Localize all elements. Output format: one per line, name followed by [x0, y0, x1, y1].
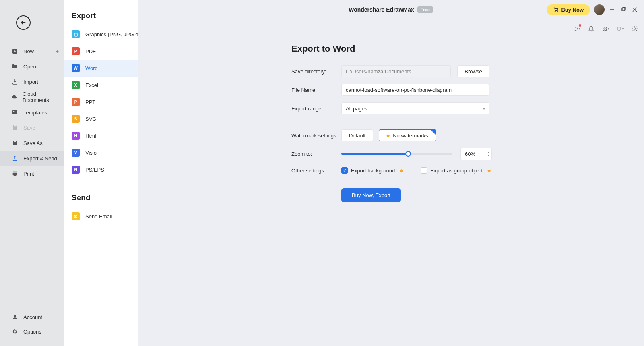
toolbar-right: ▾ ▾ ▾	[573, 25, 638, 32]
export-pdf-label: PDF	[85, 48, 96, 54]
nav-templates[interactable]: Templates	[0, 105, 64, 120]
email-icon: ✉	[72, 212, 80, 220]
nav-account[interactable]: Account	[0, 310, 64, 324]
buy-now-button[interactable]: Buy Now	[547, 4, 590, 15]
diamond-icon: ◆	[386, 133, 390, 138]
plus-icon[interactable]: +	[56, 48, 59, 54]
nav-templates-label: Templates	[23, 110, 47, 116]
print-icon	[11, 170, 19, 177]
export-svg-label: SVG	[85, 116, 96, 122]
svg-point-7	[557, 11, 558, 12]
zoom-value: 60%	[465, 151, 475, 157]
nav-save-label: Save	[23, 125, 35, 131]
plus-square-icon	[11, 48, 19, 55]
shirt-icon[interactable]: ▾	[617, 25, 624, 32]
export-heading: Export	[64, 11, 138, 26]
qr-icon[interactable]: ▾	[602, 25, 609, 32]
row-zoom: Zoom to: 60% ▲▼	[291, 148, 492, 160]
svg-point-15	[634, 28, 636, 29]
form-area: Export to Word Save directory: Browse Fi…	[138, 19, 492, 202]
minimize-button[interactable]	[609, 6, 616, 13]
nav-import[interactable]: Import	[0, 74, 64, 89]
back-button[interactable]	[16, 15, 31, 30]
divider	[291, 121, 489, 121]
zoom-slider[interactable]	[341, 151, 452, 157]
svg-rect-13	[603, 29, 605, 31]
maximize-button[interactable]	[620, 6, 627, 13]
html-file-icon: H	[72, 132, 80, 140]
nav-items: New + Open Import Cloud Documents Templa…	[0, 44, 64, 310]
export-ppt[interactable]: P PPT	[64, 93, 138, 110]
bell-icon[interactable]	[588, 25, 595, 32]
export-ppt-label: PPT	[85, 99, 95, 105]
close-button[interactable]	[631, 6, 638, 13]
pdf-file-icon: P	[72, 47, 80, 55]
nav-new-label: New	[23, 48, 34, 54]
export-excel-label: Excel	[85, 82, 98, 88]
help-icon[interactable]: ▾	[573, 25, 580, 32]
nav-export-send[interactable]: Export & Send	[0, 151, 64, 166]
svg-rect-2	[13, 111, 14, 112]
export-svg[interactable]: S SVG	[64, 110, 138, 127]
graphics-file-icon: ▢	[72, 30, 80, 38]
wm-none-label: No watermarks	[393, 133, 428, 139]
row-save-directory: Save directory: Browse	[291, 65, 492, 77]
nav-import-label: Import	[23, 79, 38, 85]
export-pdf[interactable]: P PDF	[64, 43, 138, 60]
export-html[interactable]: H Html	[64, 127, 138, 144]
avatar[interactable]	[594, 4, 605, 15]
export-word-label: Word	[85, 65, 98, 71]
zoom-label: Zoom to:	[291, 151, 341, 157]
nav-new[interactable]: New +	[0, 44, 64, 59]
nav-options[interactable]: Options	[0, 324, 64, 339]
export-graphics-label: Graphics (PNG, JPG e...	[85, 31, 138, 37]
file-name-label: File Name:	[291, 87, 341, 93]
export-group-checkbox-group: Export as group object ◆	[421, 167, 491, 174]
browse-button[interactable]: Browse	[457, 65, 489, 77]
send-email[interactable]: ✉ Send Email	[64, 208, 138, 225]
settings-icon[interactable]	[631, 25, 638, 32]
export-excel[interactable]: X Excel	[64, 77, 138, 93]
export-submit-button[interactable]: Buy Now, Export	[341, 188, 401, 202]
chevron-down-icon: ▾	[483, 106, 485, 111]
svg-point-6	[555, 11, 556, 12]
svg-rect-3	[14, 125, 16, 126]
export-range-label: Export range:	[291, 106, 341, 112]
nav-saveas[interactable]: Save As	[0, 135, 64, 151]
nav-print[interactable]: Print	[0, 166, 64, 181]
visio-file-icon: V	[72, 149, 80, 157]
wm-none-button[interactable]: ◆ No watermarks	[379, 129, 436, 141]
row-file-name: File Name:	[291, 84, 492, 96]
spin-buttons[interactable]: ▲▼	[487, 151, 490, 157]
watermark-label: Watermark settings:	[291, 133, 341, 139]
export-range-select[interactable]: All pages ▾	[341, 102, 489, 114]
svg-rect-14	[605, 29, 607, 31]
row-export-range: Export range: All pages ▾	[291, 102, 492, 114]
export-range-value: All pages	[346, 106, 367, 112]
export-visio[interactable]: V Visio	[64, 144, 138, 161]
nav-saveas-label: Save As	[23, 140, 43, 146]
export-pseps[interactable]: N PS/EPS	[64, 161, 138, 178]
slider-thumb[interactable]	[405, 151, 411, 157]
nav-print-label: Print	[23, 171, 34, 177]
svg-rect-12	[605, 27, 607, 29]
export-group-checkbox[interactable]	[421, 167, 427, 174]
saveas-icon	[11, 139, 19, 147]
send-heading: Send	[64, 178, 138, 208]
arrow-left-icon	[20, 19, 27, 26]
row-other: Other settings: ✓ Export background ◆ Ex…	[291, 167, 492, 174]
diamond-icon: ◆	[487, 168, 491, 173]
nav-sidebar: New + Open Import Cloud Documents Templa…	[0, 0, 64, 346]
nav-open-label: Open	[23, 64, 36, 70]
slider-fill	[341, 153, 408, 155]
nav-open[interactable]: Open	[0, 59, 64, 74]
cloud-icon	[11, 93, 18, 101]
file-name-input[interactable]	[341, 84, 489, 96]
wm-default-button[interactable]: Default	[341, 129, 373, 141]
export-word[interactable]: W Word	[64, 60, 138, 77]
nav-cloud[interactable]: Cloud Documents	[0, 89, 64, 105]
zoom-input[interactable]: 60% ▲▼	[460, 148, 492, 160]
slider-track	[341, 153, 452, 155]
export-graphics[interactable]: ▢ Graphics (PNG, JPG e...	[64, 26, 138, 43]
export-bg-checkbox[interactable]: ✓	[341, 167, 348, 174]
